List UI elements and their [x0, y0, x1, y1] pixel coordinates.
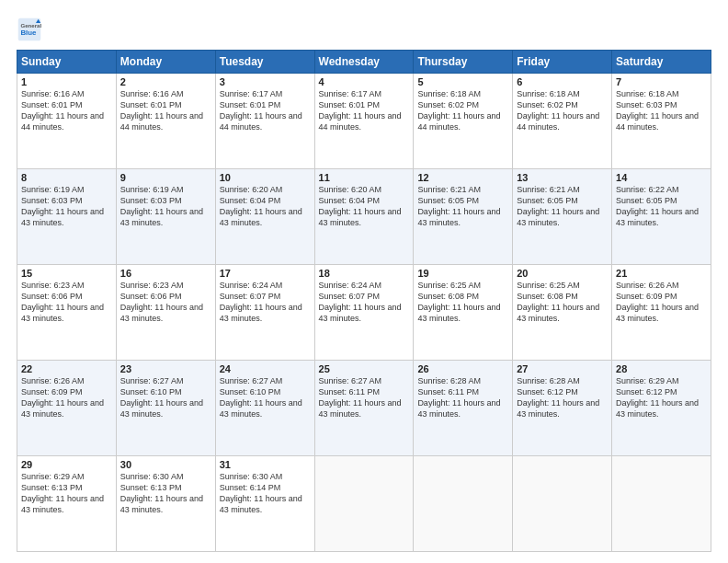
day-number: 1 [21, 76, 112, 87]
calendar-cell: 16Sunrise: 6:23 AMSunset: 6:06 PMDayligh… [116, 265, 215, 361]
day-info: Sunrise: 6:28 AMSunset: 6:12 PMDaylight:… [517, 375, 608, 420]
day-number: 20 [517, 268, 608, 279]
day-number: 18 [319, 268, 410, 279]
calendar-week-row-3: 15Sunrise: 6:23 AMSunset: 6:06 PMDayligh… [17, 265, 711, 361]
day-number: 7 [616, 76, 707, 87]
calendar-cell: 24Sunrise: 6:27 AMSunset: 6:10 PMDayligh… [215, 361, 314, 456]
day-number: 6 [517, 76, 608, 87]
day-number: 30 [120, 459, 211, 470]
calendar-cell: 14Sunrise: 6:22 AMSunset: 6:05 PMDayligh… [612, 169, 711, 265]
day-number: 27 [517, 363, 608, 374]
day-number: 4 [319, 76, 410, 87]
calendar-week-row-1: 1Sunrise: 6:16 AMSunset: 6:01 PMDaylight… [17, 74, 711, 169]
day-number: 17 [220, 268, 311, 279]
calendar-header-row: SundayMondayTuesdayWednesdayThursdayFrid… [17, 51, 711, 74]
calendar-cell: 3Sunrise: 6:17 AMSunset: 6:01 PMDaylight… [215, 74, 314, 169]
calendar-cell [414, 456, 513, 552]
day-info: Sunrise: 6:17 AMSunset: 6:01 PMDaylight:… [319, 88, 410, 133]
day-number: 13 [517, 172, 608, 183]
day-info: Sunrise: 6:18 AMSunset: 6:02 PMDaylight:… [517, 88, 608, 133]
day-info: Sunrise: 6:26 AMSunset: 6:09 PMDaylight:… [616, 280, 707, 325]
day-number: 5 [417, 76, 508, 87]
day-info: Sunrise: 6:23 AMSunset: 6:06 PMDaylight:… [21, 280, 112, 325]
logo-icon: General Blue [17, 17, 42, 42]
svg-text:General: General [20, 22, 41, 29]
day-info: Sunrise: 6:24 AMSunset: 6:07 PMDaylight:… [220, 280, 311, 325]
calendar-cell: 19Sunrise: 6:25 AMSunset: 6:08 PMDayligh… [414, 265, 513, 361]
calendar-cell: 23Sunrise: 6:27 AMSunset: 6:10 PMDayligh… [116, 361, 215, 456]
calendar-cell: 25Sunrise: 6:27 AMSunset: 6:11 PMDayligh… [314, 361, 414, 456]
calendar-header-sunday: Sunday [17, 51, 117, 74]
calendar-table: SundayMondayTuesdayWednesdayThursdayFrid… [17, 50, 711, 552]
day-number: 29 [21, 459, 112, 470]
calendar-cell: 13Sunrise: 6:21 AMSunset: 6:05 PMDayligh… [513, 169, 612, 265]
calendar-header-monday: Monday [116, 51, 215, 74]
day-number: 8 [21, 172, 112, 183]
day-info: Sunrise: 6:19 AMSunset: 6:03 PMDaylight:… [120, 184, 211, 229]
day-number: 9 [120, 172, 211, 183]
calendar-cell [314, 456, 414, 552]
day-number: 19 [417, 268, 508, 279]
calendar-cell: 2Sunrise: 6:16 AMSunset: 6:01 PMDaylight… [116, 74, 215, 169]
calendar-header-tuesday: Tuesday [215, 51, 314, 74]
day-number: 23 [120, 363, 211, 374]
day-info: Sunrise: 6:21 AMSunset: 6:05 PMDaylight:… [517, 184, 608, 229]
day-number: 22 [21, 363, 112, 374]
day-info: Sunrise: 6:21 AMSunset: 6:05 PMDaylight:… [417, 184, 508, 229]
svg-text:Blue: Blue [20, 29, 37, 37]
calendar-cell: 5Sunrise: 6:18 AMSunset: 6:02 PMDaylight… [414, 74, 513, 169]
calendar-cell: 21Sunrise: 6:26 AMSunset: 6:09 PMDayligh… [612, 265, 711, 361]
calendar-cell: 4Sunrise: 6:17 AMSunset: 6:01 PMDaylight… [314, 74, 414, 169]
day-number: 10 [220, 172, 311, 183]
day-info: Sunrise: 6:29 AMSunset: 6:13 PMDaylight:… [21, 471, 112, 516]
calendar-cell: 27Sunrise: 6:28 AMSunset: 6:12 PMDayligh… [513, 361, 612, 456]
calendar-week-row-5: 29Sunrise: 6:29 AMSunset: 6:13 PMDayligh… [17, 456, 711, 552]
calendar-header-friday: Friday [513, 51, 612, 74]
day-number: 31 [220, 459, 311, 470]
calendar-cell: 1Sunrise: 6:16 AMSunset: 6:01 PMDaylight… [17, 74, 117, 169]
day-info: Sunrise: 6:27 AMSunset: 6:10 PMDaylight:… [120, 375, 211, 420]
calendar-cell: 15Sunrise: 6:23 AMSunset: 6:06 PMDayligh… [17, 265, 117, 361]
day-info: Sunrise: 6:27 AMSunset: 6:11 PMDaylight:… [319, 375, 410, 420]
day-info: Sunrise: 6:26 AMSunset: 6:09 PMDaylight:… [21, 375, 112, 420]
day-number: 28 [616, 363, 707, 374]
day-info: Sunrise: 6:20 AMSunset: 6:04 PMDaylight:… [220, 184, 311, 229]
calendar-cell [612, 456, 711, 552]
calendar-cell: 11Sunrise: 6:20 AMSunset: 6:04 PMDayligh… [314, 169, 414, 265]
calendar-cell: 29Sunrise: 6:29 AMSunset: 6:13 PMDayligh… [17, 456, 117, 552]
day-number: 25 [319, 363, 410, 374]
day-number: 15 [21, 268, 112, 279]
day-info: Sunrise: 6:30 AMSunset: 6:13 PMDaylight:… [120, 471, 211, 516]
calendar-cell: 6Sunrise: 6:18 AMSunset: 6:02 PMDaylight… [513, 74, 612, 169]
calendar-cell: 10Sunrise: 6:20 AMSunset: 6:04 PMDayligh… [215, 169, 314, 265]
day-number: 24 [220, 363, 311, 374]
calendar-cell [513, 456, 612, 552]
calendar-cell: 30Sunrise: 6:30 AMSunset: 6:13 PMDayligh… [116, 456, 215, 552]
calendar-cell: 20Sunrise: 6:25 AMSunset: 6:08 PMDayligh… [513, 265, 612, 361]
calendar-week-row-4: 22Sunrise: 6:26 AMSunset: 6:09 PMDayligh… [17, 361, 711, 456]
day-number: 3 [220, 76, 311, 87]
calendar-header-thursday: Thursday [414, 51, 513, 74]
day-number: 11 [319, 172, 410, 183]
logo: General Blue [17, 17, 46, 42]
day-info: Sunrise: 6:27 AMSunset: 6:10 PMDaylight:… [220, 375, 311, 420]
day-number: 26 [417, 363, 508, 374]
day-info: Sunrise: 6:20 AMSunset: 6:04 PMDaylight:… [319, 184, 410, 229]
day-info: Sunrise: 6:25 AMSunset: 6:08 PMDaylight:… [517, 280, 608, 325]
day-info: Sunrise: 6:19 AMSunset: 6:03 PMDaylight:… [21, 184, 112, 229]
calendar-cell: 8Sunrise: 6:19 AMSunset: 6:03 PMDaylight… [17, 169, 117, 265]
page: General Blue SundayMondayTuesdayWednesda… [0, 0, 728, 563]
calendar-cell: 9Sunrise: 6:19 AMSunset: 6:03 PMDaylight… [116, 169, 215, 265]
day-info: Sunrise: 6:18 AMSunset: 6:02 PMDaylight:… [417, 88, 508, 133]
day-info: Sunrise: 6:28 AMSunset: 6:11 PMDaylight:… [417, 375, 508, 420]
day-info: Sunrise: 6:22 AMSunset: 6:05 PMDaylight:… [616, 184, 707, 229]
day-info: Sunrise: 6:16 AMSunset: 6:01 PMDaylight:… [120, 88, 211, 133]
calendar-cell: 18Sunrise: 6:24 AMSunset: 6:07 PMDayligh… [314, 265, 414, 361]
day-info: Sunrise: 6:18 AMSunset: 6:03 PMDaylight:… [616, 88, 707, 133]
day-info: Sunrise: 6:16 AMSunset: 6:01 PMDaylight:… [21, 88, 112, 133]
calendar-cell: 22Sunrise: 6:26 AMSunset: 6:09 PMDayligh… [17, 361, 117, 456]
day-info: Sunrise: 6:17 AMSunset: 6:01 PMDaylight:… [220, 88, 311, 133]
calendar-cell: 7Sunrise: 6:18 AMSunset: 6:03 PMDaylight… [612, 74, 711, 169]
day-number: 16 [120, 268, 211, 279]
day-number: 21 [616, 268, 707, 279]
